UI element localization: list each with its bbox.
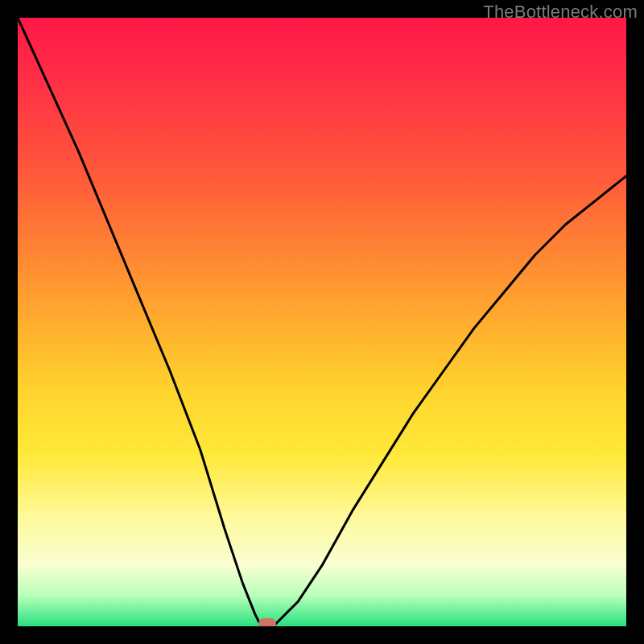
bottleneck-curve	[18, 18, 626, 626]
optimal-point-marker	[258, 618, 276, 626]
plot-area	[18, 18, 626, 626]
chart-frame: TheBottleneck.com	[0, 0, 644, 644]
watermark-text: TheBottleneck.com	[483, 2, 638, 23]
